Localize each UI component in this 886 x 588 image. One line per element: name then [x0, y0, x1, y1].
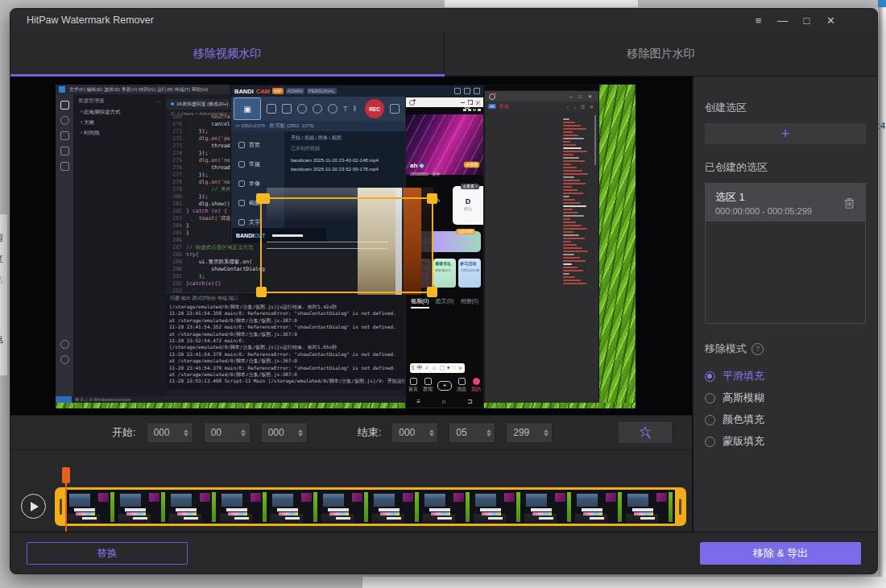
timeline-strip[interactable] [55, 487, 686, 526]
editor-tab-row: AI 私信 ↑ ↓ ☰ ✕ [485, 101, 598, 111]
backdrop-right-text: :4 [878, 121, 885, 130]
auto-detect-button[interactable] [619, 422, 672, 443]
terminal-line: at /storage/emulated/0/脚本/合集/饭图.js:387:0 [166, 317, 405, 324]
editor-scrollbar [594, 115, 596, 165]
trim-handle-left[interactable] [60, 499, 62, 515]
webcam-icon [297, 104, 307, 114]
minimize-icon[interactable]: — [776, 14, 789, 27]
phone-nav-item: 我的 [471, 378, 481, 393]
timeline-area [10, 450, 692, 534]
phone-tab: 相册(0) [460, 297, 478, 308]
selection-handle-top-right[interactable] [427, 193, 437, 204]
minimap-line [563, 212, 578, 213]
trim-handle-right[interactable] [679, 499, 681, 515]
stepper-arrows[interactable] [540, 429, 552, 437]
personal-badge: PERSONAL [307, 88, 337, 94]
phone-nav-item: 首页 [408, 378, 418, 393]
end-seconds-stepper[interactable]: 05 [449, 422, 495, 443]
menu-icon[interactable]: ≡ [752, 14, 764, 27]
end-milliseconds-stepper[interactable]: 299 [506, 422, 553, 443]
bandicam-logo: BANDI [234, 88, 254, 95]
minimap-line [563, 215, 584, 217]
radio-dot-icon [705, 415, 715, 425]
minimap-line [563, 283, 586, 284]
play-button[interactable] [21, 494, 46, 519]
replace-button[interactable]: 替换 [27, 542, 188, 565]
delete-selection-icon[interactable] [843, 197, 855, 209]
files-icon [60, 101, 69, 110]
search-icon [60, 116, 69, 125]
start-milliseconds-stepper[interactable]: 000 [261, 422, 308, 443]
selection-handle-bottom-right[interactable] [427, 287, 437, 297]
phone-title-bar [406, 97, 483, 107]
help-icon[interactable]: ? [751, 343, 764, 355]
add-selection-button[interactable]: + [705, 123, 866, 144]
promo-card: 参与活动大牌福利不断 [458, 259, 481, 288]
backdrop-blue-fragment [878, 0, 886, 7]
filmstrip-thumbnail [66, 490, 116, 524]
vscode-logo-icon [59, 86, 65, 93]
close-icon[interactable]: ✕ [825, 14, 837, 27]
phone-username: ah ◆ [410, 162, 424, 169]
minimap-line [563, 128, 586, 130]
phone-status-bar [406, 107, 483, 114]
editor-arrow-icons: ↑ ↓ ☰ ✕ [567, 104, 595, 110]
selection-handle-top-left[interactable] [256, 193, 270, 204]
selection-handle-bottom-left[interactable] [256, 287, 267, 297]
radio-color-fill[interactable]: 颜色填充 [705, 412, 866, 427]
text-tool-icon: T [343, 105, 348, 113]
minimap-line [563, 118, 569, 120]
tab-remove-image-watermark[interactable]: 移除图片水印 [445, 31, 877, 76]
vscode-explorer: 资源管理器 … › 此电脑快捷方式› 大纲› 时间线 [73, 94, 167, 396]
vip-badge: VIP [272, 88, 284, 94]
bell-icon [464, 102, 470, 109]
maximize-icon[interactable]: □ [801, 14, 813, 27]
backdrop-left-menu-edge: 剪复粘电 [0, 214, 7, 375]
start-minutes-stepper[interactable]: 000 [147, 422, 193, 443]
stepper-arrows[interactable] [180, 429, 193, 437]
remove-export-button[interactable]: 移除 & 导出 [700, 542, 861, 565]
gear-icon [60, 355, 69, 364]
mode-tabbar: 移除视频水印 移除图片水印 [10, 31, 877, 77]
end-minutes-stepper[interactable]: 000 [391, 422, 438, 443]
radio-mask-fill[interactable]: 蒙版填充 [705, 434, 866, 449]
stepper-arrows[interactable] [238, 429, 250, 437]
bandicam-nav-item: 常规 [231, 155, 284, 174]
admin-badge: ADMIN [286, 88, 304, 94]
minimap-line [563, 254, 574, 255]
remote-indicator [56, 396, 72, 403]
minimap-line [563, 222, 576, 223]
stepper-arrows[interactable] [482, 429, 495, 437]
backdrop-top-strip [445, 0, 638, 7]
level-badge: ★保级 [463, 162, 479, 168]
speaker-icon [313, 104, 322, 114]
ai-tag: AI [488, 104, 496, 109]
title-bar: HitPaw Watermark Remover ≡ — □ ✕ [10, 9, 877, 31]
app-icon [489, 93, 495, 100]
stepper-arrows[interactable] [295, 429, 307, 437]
selection-list-item[interactable]: 选区 1 000:00:000 - 000:05:299 [706, 184, 865, 222]
record-button: REC [365, 99, 384, 118]
tab-remove-video-watermark[interactable]: 移除视频水印 [10, 31, 445, 76]
stepper-arrows[interactable] [425, 429, 437, 437]
selection-time-range: 000:00:000 - 000:05:299 [715, 206, 812, 216]
filmstrip-thumbnail [421, 490, 471, 524]
phone-nav-item: 消息 [457, 378, 466, 393]
start-label: 开始: [112, 425, 136, 440]
explorer-item: › 大纲 [73, 118, 166, 128]
watermark-selection-box[interactable] [260, 197, 433, 293]
radio-dot-icon [705, 371, 715, 382]
vscode-activity-bar [56, 94, 73, 396]
radio-smooth-fill[interactable]: 平滑填充 [705, 369, 866, 383]
pause-icon: ‖ [354, 105, 357, 113]
terminal-line: at /storage/emulated/0/脚本/合集/饭图.js:367:0 [166, 331, 405, 337]
radio-gaussian-blur[interactable]: 高斯模糊 [705, 391, 866, 405]
remove-mode-options: 平滑填充 高斯模糊 颜色填充 蒙版填充 [705, 369, 866, 449]
minimap-line [563, 167, 577, 168]
minimap-line [563, 186, 572, 188]
minimap-line [563, 241, 571, 242]
screen-select-tool-icon: ▣ [234, 97, 261, 120]
start-seconds-stepper[interactable]: 00 [204, 422, 250, 443]
app-title: HitPaw Watermark Remover [27, 14, 154, 26]
editor-minimap [563, 118, 590, 398]
